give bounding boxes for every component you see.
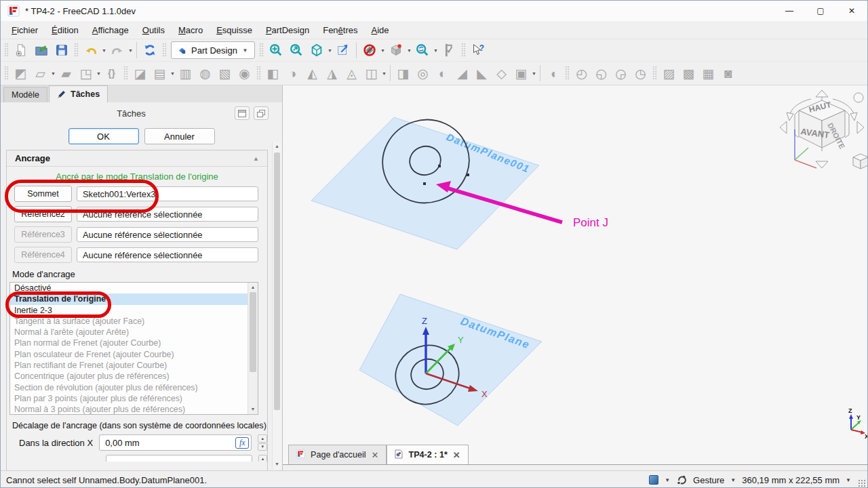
attachment-mode-list[interactable]: DésactivéTranslation de l'origineInertie… xyxy=(9,282,258,415)
create-group-icon[interactable]: ▰ xyxy=(56,64,76,83)
additive-primitive-icon[interactable]: ◫ xyxy=(361,64,381,83)
additive-helix-icon[interactable]: ◬ xyxy=(342,64,361,83)
sketch-vertex-point[interactable] xyxy=(423,182,426,185)
redo-dropdown-icon[interactable]: ▼ xyxy=(127,48,134,53)
close-tab-icon[interactable]: ✕ xyxy=(453,450,460,460)
mode-item[interactable]: Désactivé xyxy=(10,283,248,293)
chamfer-icon[interactable]: ◵ xyxy=(591,64,611,83)
render-style-dropdown-icon[interactable]: ▼ xyxy=(665,477,670,483)
redo-icon[interactable] xyxy=(107,41,127,60)
create-datum-icon[interactable]: ▤ xyxy=(150,64,170,83)
resize-grip[interactable] xyxy=(858,479,866,487)
mode-item[interactable]: Plan par 3 points (ajouter plus de référ… xyxy=(10,393,248,404)
refresh-icon[interactable] xyxy=(140,41,160,60)
toolbar-drag-handle[interactable] xyxy=(74,43,79,58)
3d-viewport[interactable]: DatumPlane001 Point J DatumPlane xyxy=(283,85,867,470)
toolbar-drag-handle[interactable] xyxy=(162,43,167,58)
create-link-dropdown-icon[interactable]: ▼ xyxy=(96,71,102,76)
polar-pattern-icon[interactable]: ▩ xyxy=(679,64,698,83)
dimensions-dropdown-icon[interactable]: ▼ xyxy=(846,477,851,483)
toolbar-drag-handle[interactable] xyxy=(565,66,570,81)
create-datum-dropdown-icon[interactable]: ▼ xyxy=(170,71,176,76)
clipping-dropdown-icon[interactable]: ▼ xyxy=(380,48,386,53)
mode-list-scrollbar[interactable]: ▲ ▼ xyxy=(248,283,258,414)
pad-icon[interactable]: ◧ xyxy=(263,64,283,83)
mode-item[interactable]: Plan normal de Frenet (ajouter Courbe) xyxy=(10,338,248,348)
attachment-section-header[interactable]: Ancrage ▲ xyxy=(7,150,267,167)
toolbar-drag-handle[interactable] xyxy=(4,66,9,81)
scroll-up-icon[interactable]: ▲ xyxy=(273,142,281,151)
validate-sketch-icon[interactable]: ▥ xyxy=(176,64,195,83)
measure-icon[interactable] xyxy=(439,41,459,60)
render-style-icon[interactable] xyxy=(649,475,658,485)
subtractive-primitive-icon[interactable]: ▣ xyxy=(511,64,531,83)
boolean-operation-icon[interactable]: ◙ xyxy=(718,64,738,83)
reference-value-2[interactable]: Aucune référence sélectionnée xyxy=(77,207,258,222)
menu-macro[interactable]: Macro xyxy=(172,23,210,37)
minimize-button[interactable]: — xyxy=(774,1,805,21)
groove-icon[interactable]: ◐ xyxy=(433,64,452,83)
create-shapebinder-icon[interactable]: ◍ xyxy=(195,64,215,83)
ok-button[interactable]: OK xyxy=(68,128,139,144)
cancel-button[interactable]: Annuler xyxy=(144,128,215,144)
create-sub-shapebinder-icon[interactable]: ▧ xyxy=(215,64,235,83)
collapse-arrow-icon[interactable]: ▲ xyxy=(253,155,259,162)
create-sketch-dropdown-icon[interactable]: ▼ xyxy=(50,71,56,76)
mode-item[interactable]: Concentrique (ajouter plus de références… xyxy=(10,371,248,382)
fillet-icon[interactable]: ◴ xyxy=(572,64,591,83)
task-panel-scrollbar[interactable]: ▲ ▼ xyxy=(272,142,281,469)
close-tab-icon[interactable]: ✕ xyxy=(372,450,379,460)
texture-dropdown-icon[interactable]: ▼ xyxy=(406,48,412,53)
zoom-tools-icon[interactable] xyxy=(412,41,433,60)
close-button[interactable]: ✕ xyxy=(836,1,867,21)
axonometric-view-icon[interactable] xyxy=(307,41,327,60)
reference-button-2[interactable]: Référence2 xyxy=(14,206,72,222)
whats-this-icon[interactable]: ? xyxy=(468,41,488,60)
tab-tasks[interactable]: Tâches xyxy=(49,85,108,102)
menu-fichier[interactable]: Fichier xyxy=(5,23,45,37)
subtractive-pipe-icon[interactable]: ◣ xyxy=(472,64,492,83)
toolbar-drag-handle[interactable] xyxy=(461,43,466,58)
reference-button-4[interactable]: Référence4 xyxy=(14,247,72,263)
scroll-up-icon[interactable]: ▲ xyxy=(248,283,258,292)
nav-mode-label[interactable]: Gesture xyxy=(693,475,724,485)
datum-plane[interactable] xyxy=(359,294,542,426)
mode-item[interactable]: Plan osculateur de Frenet (ajouter Courb… xyxy=(10,349,248,360)
document-tab-1[interactable]: Page d'accueil✕ xyxy=(288,445,387,464)
mode-item[interactable]: Normal à 3 points (ajouter plus de référ… xyxy=(10,404,248,415)
undo-icon[interactable] xyxy=(81,41,101,60)
document-tab-2[interactable]: TP4-2 : 1*✕ xyxy=(387,445,468,464)
additive-primitive-dropdown-icon[interactable]: ▼ xyxy=(381,71,387,76)
toolbar-drag-handle[interactable] xyxy=(4,43,9,58)
create-link-icon[interactable]: ◳ xyxy=(76,64,96,83)
clone-body-icon[interactable]: ◪ xyxy=(130,64,150,83)
menu-partdesign[interactable]: PartDesign xyxy=(259,23,316,37)
reference-value-1[interactable]: Sketch001:Vertex3 xyxy=(77,186,258,201)
maximize-button[interactable]: ▢ xyxy=(805,1,836,21)
direction-x-stepper[interactable]: ▲▼ xyxy=(258,434,267,451)
reference-button-3[interactable]: Référence3 xyxy=(14,226,72,243)
toolbar-drag-handle[interactable] xyxy=(256,66,261,81)
thickness-icon[interactable]: ◷ xyxy=(631,64,650,83)
scrollbar-thumb[interactable] xyxy=(250,292,256,372)
mode-item[interactable]: Plan rectifiant de Frenet (ajouter Courb… xyxy=(10,360,248,371)
scrollbar-thumb[interactable] xyxy=(274,152,280,410)
menu-esquisse[interactable]: Esquisse xyxy=(210,23,259,37)
zoom-tools-dropdown-icon[interactable]: ▼ xyxy=(433,48,439,53)
undo-dropdown-icon[interactable]: ▼ xyxy=(101,48,107,53)
create-clone-icon[interactable]: ◉ xyxy=(235,64,254,83)
toolbar-drag-handle[interactable] xyxy=(652,66,657,81)
collapse-panel-icon[interactable] xyxy=(235,106,250,120)
subtractive-primitive-dropdown-icon[interactable]: ▼ xyxy=(531,71,537,76)
scroll-down-icon[interactable]: ▼ xyxy=(248,405,258,414)
nav-mode-dropdown-icon[interactable]: ▼ xyxy=(730,477,736,483)
additive-pipe-icon[interactable]: ◮ xyxy=(322,64,342,83)
save-document-icon[interactable] xyxy=(52,41,72,60)
reference-value-4[interactable]: Aucune référence sélectionnée xyxy=(77,247,258,262)
reference-value-3[interactable]: Aucune référence sélectionnée xyxy=(77,227,258,242)
mode-item[interactable]: Translation de l'origine xyxy=(10,293,248,304)
menu-affichage[interactable]: Affichage xyxy=(85,23,136,37)
reference-button-1[interactable]: Sommet xyxy=(14,186,72,202)
3d-scene[interactable]: DatumPlane001 Point J DatumPlane xyxy=(283,85,867,470)
toolbar-drag-handle[interactable] xyxy=(123,66,128,81)
